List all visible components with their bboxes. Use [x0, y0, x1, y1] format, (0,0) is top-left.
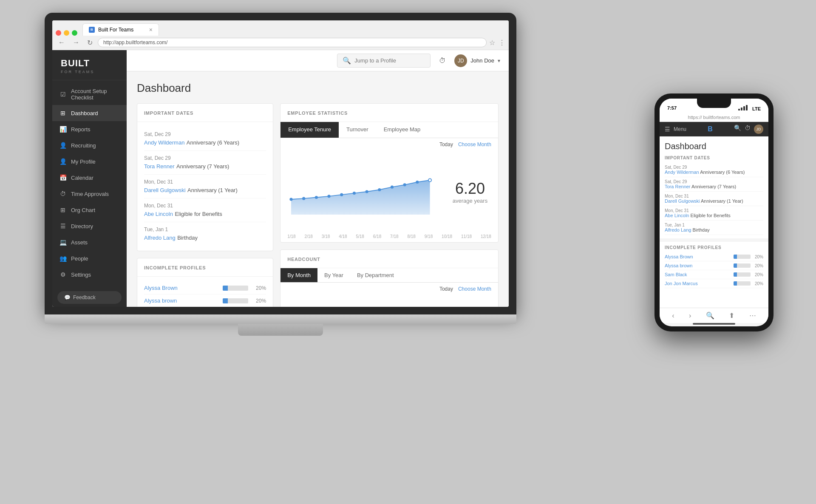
phone-bottom-bar: ‹ › 🔍 ⬆ ⋯: [660, 308, 768, 323]
phone-notch: [697, 99, 731, 108]
today-label-tenure[interactable]: Today: [439, 142, 453, 147]
date-person-link-2[interactable]: Darell Gulgowski: [144, 187, 186, 193]
refresh-button[interactable]: ↻: [85, 38, 95, 48]
phone-date-link-3[interactable]: Abe Lincoln: [665, 213, 689, 218]
phone-date-link-1[interactable]: Tora Renner: [665, 184, 691, 189]
hc-tab-by-year[interactable]: By Year: [317, 268, 350, 282]
date-label-1: Sat, Dec 29: [144, 155, 266, 161]
phone-profile-link-0[interactable]: Alyssa Brown: [665, 254, 731, 259]
sidebar-item-dashboard[interactable]: ⊞ Dashboard: [52, 105, 127, 121]
sidebar-item-my-profile[interactable]: 👤 My Profile: [52, 153, 127, 170]
phone-home-indicator[interactable]: [693, 323, 735, 325]
sidebar-item-recruiting[interactable]: 👤 Recruiting: [52, 137, 127, 153]
search-box[interactable]: 🔍: [337, 54, 431, 68]
clock-icon[interactable]: ⏱: [436, 54, 449, 68]
x-label-3: 4/18: [339, 234, 347, 239]
sidebar-item-reports[interactable]: 📊 Reports: [52, 121, 127, 137]
phone-date-event-4: Birthday: [692, 227, 709, 232]
hc-tab-by-department[interactable]: By Department: [350, 268, 401, 282]
date-person-link-3[interactable]: Abe Lincoln: [144, 211, 173, 217]
close-window-btn[interactable]: [56, 30, 61, 36]
user-menu[interactable]: JD John Doe ▾: [454, 54, 500, 67]
profile-link-1[interactable]: Alyssa brown: [144, 297, 218, 304]
today-label-headcount[interactable]: Today: [439, 286, 453, 292]
sidebar-item-settings[interactable]: ⚙ Settings: [52, 266, 127, 283]
incomplete-profiles-body: Alyssa Brown 20% Alyssa brown 20%: [137, 277, 273, 307]
phone-clock-icon[interactable]: ⏱: [745, 125, 751, 134]
menu-icon[interactable]: ⋮: [499, 39, 505, 47]
sidebar-item-directory[interactable]: ☰ Directory: [52, 218, 127, 234]
phone-profile-0: Alyssa Brown 20%: [665, 252, 763, 261]
sidebar-label-my-profile: My Profile: [71, 159, 96, 165]
phone-share-btn[interactable]: ⬆: [729, 311, 734, 320]
feedback-button[interactable]: 💬 Feedback: [57, 291, 122, 304]
date-person-link-0[interactable]: Andy Wilderman: [144, 139, 184, 146]
time-approvals-icon: ⏱: [59, 190, 67, 198]
sidebar-item-people[interactable]: 👥 People: [52, 250, 127, 266]
tenure-chart-svg: [287, 158, 440, 226]
phone-profile-link-3[interactable]: Jon Jon Marcus: [665, 281, 731, 286]
address-bar[interactable]: http://app.builtforteams.com/: [98, 38, 487, 47]
minimize-window-btn[interactable]: [64, 30, 69, 36]
phone-profile-1: Alyssa brown 20%: [665, 261, 763, 270]
sidebar-label-dashboard: Dashboard: [71, 110, 98, 116]
progress-bar-1: [223, 298, 248, 303]
date-label-2: Mon, Dec 31: [144, 179, 266, 185]
phone-search-icon[interactable]: 🔍: [734, 125, 741, 134]
phone-menu-icon[interactable]: ☰: [665, 126, 670, 133]
phone-menu-label[interactable]: Menu: [674, 126, 686, 132]
tab-employee-tenure[interactable]: Employee Tenure: [280, 122, 339, 138]
hc-tab-by-month[interactable]: By Month: [280, 268, 317, 282]
search-input[interactable]: [354, 57, 425, 64]
forward-button[interactable]: →: [70, 38, 82, 47]
phone-progress-fill-0: [734, 255, 737, 259]
tenure-dot-6: [366, 190, 368, 193]
date-event-0: Anniversary (6 Years): [187, 139, 239, 146]
phone-logo: B: [708, 125, 713, 133]
stat-content: 6.20 average years: [280, 151, 498, 232]
headcount-card: HEADCOUNT By Month By Year By Department…: [280, 249, 499, 307]
phone-forward-btn[interactable]: ›: [689, 312, 691, 320]
chevron-down-icon: ▾: [498, 58, 500, 64]
sidebar-item-calendar[interactable]: 📅 Calendar: [52, 170, 127, 186]
profile-link-0[interactable]: Alyssa Brown: [144, 285, 218, 291]
phone-avatar[interactable]: JD: [754, 125, 763, 134]
search-icon: 🔍: [343, 57, 351, 65]
date-item-4: Tue, Jan 1 Alfredo Lang Birthday: [144, 222, 266, 246]
date-person-link-4[interactable]: Alfredo Lang: [144, 235, 176, 241]
tab-turnover[interactable]: Turnover: [339, 122, 376, 138]
phone-address-bar[interactable]: https:// builtforteams.com: [660, 113, 768, 122]
sidebar-label-org-chart: Org Chart: [71, 207, 95, 213]
phone-profile-link-2[interactable]: Sam Black: [665, 272, 731, 277]
phone-search-btn[interactable]: 🔍: [706, 311, 714, 320]
sidebar-label-calendar: Calendar: [71, 175, 94, 181]
x-label-10: 11/18: [461, 234, 472, 239]
sidebar-item-time-approvals[interactable]: ⏱ Time Approvals: [52, 186, 127, 202]
phone-date-link-2[interactable]: Darell Gulgowski: [665, 198, 700, 204]
org-chart-icon: ⊞: [59, 206, 67, 214]
back-button[interactable]: ←: [56, 38, 68, 47]
choose-month-link-headcount[interactable]: Choose Month: [458, 286, 491, 292]
employee-stats-title: EMPLOYEE STATISTICS: [287, 110, 348, 116]
tab-close-btn[interactable]: ×: [149, 26, 153, 33]
phone-back-btn[interactable]: ‹: [672, 312, 674, 320]
browser-tab[interactable]: B Built For Teams ×: [82, 23, 159, 36]
phone-content: Dashboard IMPORTANT DATES Sat, Dec 29 An…: [660, 136, 768, 308]
phone-pct-3: 20%: [753, 281, 763, 286]
phone-progress-fill-3: [734, 281, 737, 286]
bookmark-icon[interactable]: ☆: [489, 39, 495, 47]
phone-date-link-0[interactable]: Andy Wilderman: [665, 170, 699, 175]
tab-employee-map[interactable]: Employee Map: [376, 122, 428, 138]
phone-tabs-btn[interactable]: ⋯: [749, 311, 756, 320]
choose-month-link-tenure[interactable]: Choose Month: [458, 142, 491, 147]
sidebar-item-account-setup[interactable]: ☑ Account Setup Checklist: [52, 84, 127, 105]
feedback-icon: 💬: [64, 294, 71, 300]
date-person-link-1[interactable]: Tora Renner: [144, 163, 175, 170]
phone-nav-bar: ☰ Menu B 🔍 ⏱ JD: [660, 122, 768, 136]
sidebar-item-org-chart[interactable]: ⊞ Org Chart: [52, 202, 127, 218]
phone-profile-link-1[interactable]: Alyssa brown: [665, 263, 731, 268]
phone-section-divider: [660, 238, 768, 242]
maximize-window-btn[interactable]: [72, 30, 77, 36]
sidebar-item-assets[interactable]: 💻 Assets: [52, 234, 127, 250]
phone-date-link-4[interactable]: Alfredo Lang: [665, 227, 691, 232]
